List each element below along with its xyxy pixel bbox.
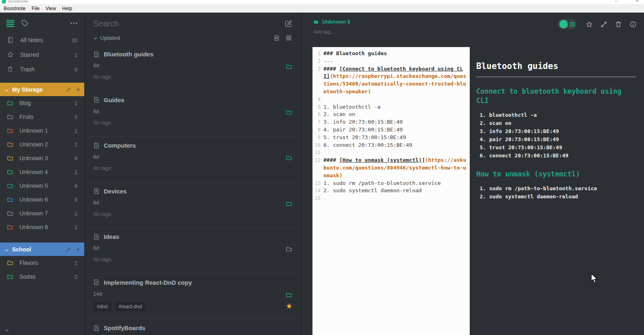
no-tags-label: No tags — [93, 211, 292, 217]
folder-item-unknown-4[interactable]: Unknown 4 1 — [0, 165, 84, 179]
storage-header[interactable]: School + — [0, 243, 84, 256]
folder-item-unknown-5[interactable]: Unknown 5 4 — [0, 179, 84, 193]
note-folder-name: Unknown 5 — [322, 19, 350, 25]
folder-item-unknown-7[interactable]: Unknown 7 1 — [0, 206, 84, 220]
note-item[interactable]: Computers 6d No tags — [85, 137, 300, 183]
note-item[interactable]: Ideas 6d No tags — [85, 228, 300, 274]
star-note-icon[interactable] — [586, 21, 593, 28]
folder-name: Fruits — [19, 114, 34, 120]
note-count: 2 — [75, 260, 77, 266]
sidebar-item-label: Trash — [20, 66, 34, 73]
note-item[interactable]: Devices 6d No tags — [85, 183, 300, 228]
folder-icon — [7, 114, 13, 120]
note-count: 9 — [75, 67, 77, 73]
tag-input[interactable] — [313, 29, 394, 35]
fullscreen-icon[interactable] — [600, 21, 608, 28]
tag-icon[interactable] — [21, 19, 29, 27]
folder-item-unknown-1[interactable]: Unknown 1 1 — [0, 124, 84, 137]
menu-item-file[interactable]: File — [32, 6, 39, 11]
note-item[interactable]: Implementing React-DnD copy 14d #dnd#rea… — [85, 274, 300, 320]
note-item[interactable]: Bluetooth guides 6d No tags — [85, 45, 300, 91]
note-item[interactable]: SpotifyBoards — [85, 319, 300, 335]
line-number: 11 — [312, 149, 323, 157]
folder-item-fruits[interactable]: Fruits 0 — [0, 110, 84, 124]
sidebar-item-trash[interactable]: Trash 9 — [0, 62, 84, 77]
close-button-icon[interactable]: ✕ — [635, 0, 639, 3]
folder-item-flavors[interactable]: Flavors 2 — [0, 256, 84, 270]
trash-note-icon[interactable] — [615, 21, 622, 28]
document-icon — [93, 51, 100, 58]
more-options-icon[interactable]: ••• — [70, 21, 78, 26]
folder-item-blog[interactable]: Blog 1 — [0, 96, 84, 110]
trash-icon — [7, 66, 14, 73]
line-number: 2 — [312, 58, 323, 65]
info-icon[interactable] — [629, 21, 637, 28]
folder-name: Sodas — [19, 273, 36, 280]
preview-list-item: scan on — [489, 119, 636, 127]
boostnote-window: Boostnote □ ✕ BoostnoteFileViewHelp ••• … — [0, 0, 644, 335]
folder-item-unknown-6[interactable]: Unknown 6 3 — [0, 193, 84, 206]
folder-icon — [286, 292, 292, 298]
menu-item-boostnote[interactable]: Boostnote — [4, 6, 26, 11]
tag-badge[interactable]: #dnd — [93, 302, 111, 311]
sidebar-item-all-notes[interactable]: All Notes 33 — [0, 33, 84, 47]
collapse-sidebar-icon[interactable]: « — [5, 326, 9, 333]
editor-panel: Unknown 5 — [301, 13, 644, 335]
folder-name: Unknown 8 — [19, 224, 48, 230]
folder-icon — [7, 210, 13, 217]
search-input[interactable] — [93, 19, 280, 28]
menu-item-view[interactable]: View — [45, 6, 56, 11]
note-count: 6 — [75, 155, 77, 161]
line-content: 3. info 20:73:00:15:BE:49 — [323, 118, 470, 126]
menu-item-help[interactable]: Help — [62, 6, 72, 11]
tag-badge[interactable]: #react-dnd — [115, 302, 145, 311]
document-icon — [93, 279, 100, 286]
maximize-button-icon[interactable]: □ — [615, 0, 618, 3]
folder-item-sodas[interactable]: Sodas 2 — [0, 270, 84, 283]
storage-my-storage: My Storage + Blog 1 Fruits 0 Unknown 1 1… — [0, 83, 84, 234]
line-content: 6. connect 20:73:00:15:BE:49 — [323, 142, 470, 149]
folder-icon — [7, 155, 13, 161]
note-count: 1 — [75, 52, 77, 58]
edit-storage-icon[interactable] — [66, 87, 71, 92]
edit-storage-icon[interactable] — [66, 247, 71, 252]
preview-divider — [476, 77, 636, 77]
edit-preview-toggle[interactable] — [558, 19, 577, 29]
line-number: 9 — [312, 134, 323, 142]
sidebar-item-starred[interactable]: Starred 1 — [0, 47, 84, 62]
storage-header[interactable]: My Storage + — [0, 83, 84, 96]
folder-name: Unknown 3 — [19, 155, 48, 161]
preview-list-item: connect 20:73:00:15:BE:49 — [489, 152, 636, 160]
folder-item-unknown-8[interactable]: Unknown 8 1 — [0, 220, 84, 234]
add-folder-icon[interactable]: + — [76, 87, 80, 92]
new-note-icon[interactable] — [285, 20, 292, 28]
menu-icon[interactable] — [6, 20, 15, 27]
book-icon — [7, 37, 14, 44]
storage-name: My Storage — [12, 86, 43, 93]
add-folder-icon[interactable]: + — [76, 247, 80, 252]
storage-list: My Storage + Blog 1 Fruits 0 Unknown 1 1… — [0, 83, 84, 283]
window-title: Boostnote — [8, 0, 28, 4]
folder-item-unknown-2[interactable]: Unknown 2 2 — [0, 137, 84, 151]
editor-line: 1 ### Bluetooth guides — [312, 50, 470, 58]
sidebar-item-label: All Notes — [20, 37, 43, 43]
folder-icon — [7, 100, 13, 106]
list-view-icon[interactable] — [285, 34, 292, 41]
line-content: ### Bluetooth guides — [323, 50, 470, 58]
line-number: 8 — [312, 126, 323, 134]
folder-icon — [286, 109, 292, 116]
folder-icon — [7, 127, 13, 134]
sort-control[interactable]: Updated — [85, 29, 300, 45]
folder-name: Unknown 7 — [19, 210, 48, 217]
document-icon — [93, 188, 100, 194]
editor-line: 13 1. sudo rm /path-to-bluetooth.service — [312, 180, 470, 187]
note-item[interactable]: Guides 6d No tags — [85, 91, 300, 137]
folder-icon — [286, 155, 292, 161]
note-count: 2 — [75, 142, 77, 148]
markdown-editor[interactable]: 1 ### Bluetooth guides2 ---3 #### [Conne… — [312, 47, 470, 335]
card-view-icon[interactable] — [273, 34, 280, 41]
folder-item-unknown-3[interactable]: Unknown 3 6 — [0, 151, 84, 165]
note-count: 0 — [75, 114, 77, 120]
line-number: 4 — [312, 96, 323, 103]
folder-icon — [7, 273, 13, 280]
